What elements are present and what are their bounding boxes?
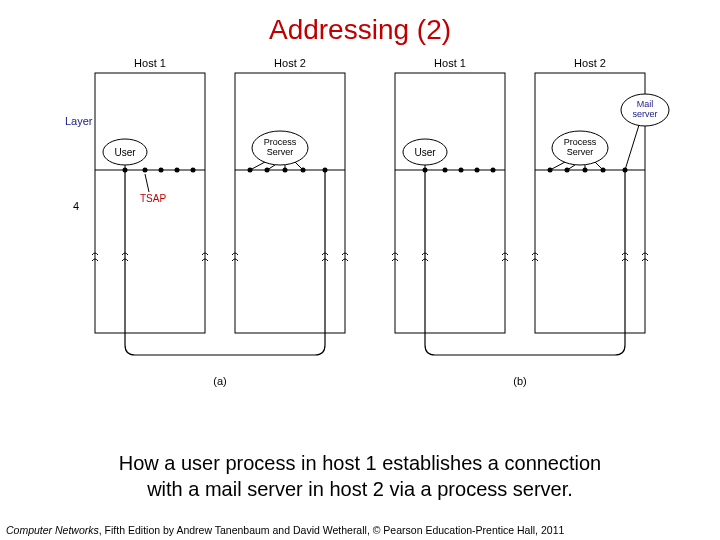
- svg-point-8: [159, 168, 164, 173]
- layer-4: 4: [73, 200, 79, 212]
- svg-line-11: [145, 174, 149, 192]
- host1-label-a: Host 1: [134, 57, 166, 69]
- svg-point-19: [283, 168, 288, 173]
- svg-point-32: [491, 168, 496, 173]
- svg-point-40: [548, 168, 553, 173]
- svg-line-13: [250, 162, 265, 170]
- panel-a-label: (a): [213, 375, 226, 387]
- svg-line-34: [625, 125, 639, 170]
- svg-point-30: [459, 168, 464, 173]
- caption-line1: How a user process in host 1 establishes…: [119, 452, 602, 474]
- caption-line2: with a mail server in host 2 via a proce…: [147, 478, 573, 500]
- page-title: Addressing (2): [0, 0, 720, 46]
- svg-rect-1: [235, 73, 345, 333]
- addressing-diagram: Host 1 Host 2 Layer 4 User TSAP Process …: [65, 55, 675, 385]
- svg-point-29: [443, 168, 448, 173]
- svg-point-17: [248, 168, 253, 173]
- svg-point-42: [583, 168, 588, 173]
- host2-label-b: Host 2: [574, 57, 606, 69]
- svg-point-43: [601, 168, 606, 173]
- svg-point-7: [143, 168, 148, 173]
- host2-label-a: Host 2: [274, 57, 306, 69]
- svg-point-18: [265, 168, 270, 173]
- svg-line-36: [550, 162, 565, 170]
- process-label-a: Process: [264, 137, 297, 147]
- svg-point-10: [191, 168, 196, 173]
- svg-rect-22: [395, 73, 505, 333]
- footer-rest: , Fifth Edition by Andrew Tanenbaum and …: [99, 524, 565, 536]
- svg-point-41: [565, 168, 570, 173]
- figure-caption: How a user process in host 1 establishes…: [0, 450, 720, 502]
- process-label-a2: Server: [267, 147, 294, 157]
- svg-point-31: [475, 168, 480, 173]
- layer-label: Layer: [65, 115, 93, 127]
- process-label-b2: Server: [567, 147, 594, 157]
- footer-citation: Computer Networks, Fifth Edition by Andr…: [6, 524, 564, 536]
- process-label-b: Process: [564, 137, 597, 147]
- svg-point-20: [301, 168, 306, 173]
- host1-label-b: Host 1: [434, 57, 466, 69]
- panel-b-label: (b): [513, 375, 526, 387]
- mail-label: Mail: [637, 99, 654, 109]
- svg-point-9: [175, 168, 180, 173]
- footer-book: Computer Networks: [6, 524, 99, 536]
- user-label-b: User: [414, 147, 436, 158]
- tsap-label: TSAP: [140, 193, 166, 204]
- user-label-a: User: [114, 147, 136, 158]
- mail-label2: server: [632, 109, 657, 119]
